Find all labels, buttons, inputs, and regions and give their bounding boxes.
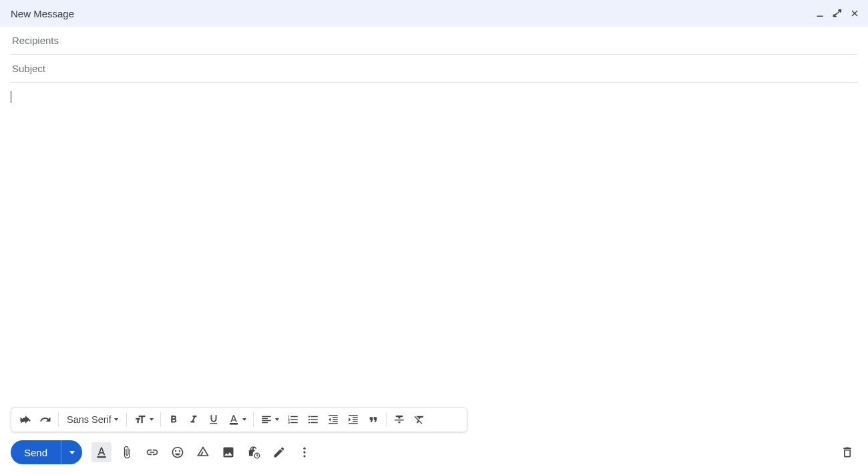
compose-header: New Message bbox=[0, 0, 868, 27]
indent-more-button[interactable] bbox=[343, 410, 363, 430]
underline-button[interactable] bbox=[204, 410, 224, 430]
align-icon bbox=[260, 414, 272, 426]
quote-icon bbox=[367, 414, 379, 426]
underline-icon bbox=[208, 414, 220, 426]
bulleted-list-icon bbox=[307, 414, 319, 426]
window-controls bbox=[815, 8, 860, 19]
confidential-mode-button[interactable] bbox=[244, 442, 264, 462]
numbered-list-icon bbox=[287, 414, 299, 426]
compose-window: New Message bbox=[0, 0, 868, 475]
text-color-button[interactable] bbox=[224, 410, 250, 430]
caret-down-icon bbox=[69, 451, 75, 454]
discard-draft-button[interactable] bbox=[837, 442, 857, 462]
remove-formatting-button[interactable] bbox=[409, 410, 429, 430]
insert-signature-button[interactable] bbox=[269, 442, 289, 462]
formatting-options-button[interactable] bbox=[91, 442, 112, 462]
caret-down-icon bbox=[242, 418, 246, 421]
svg-rect-0 bbox=[817, 16, 823, 17]
caret-down-icon bbox=[150, 418, 154, 421]
insert-emoji-button[interactable] bbox=[168, 442, 188, 462]
font-size-button[interactable] bbox=[130, 410, 158, 430]
send-options-button[interactable] bbox=[61, 440, 82, 464]
insert-drive-button[interactable] bbox=[193, 442, 213, 462]
undo-icon bbox=[19, 414, 31, 426]
trash-icon bbox=[841, 446, 854, 459]
remove-formatting-icon bbox=[413, 414, 425, 426]
pen-icon bbox=[272, 446, 286, 459]
indent-more-icon bbox=[347, 414, 359, 426]
formatting-toolbar: Sans Serif bbox=[11, 407, 467, 432]
recipients-row bbox=[11, 27, 857, 55]
italic-icon bbox=[188, 414, 200, 426]
subject-input[interactable] bbox=[11, 55, 857, 82]
text-format-icon bbox=[95, 446, 108, 459]
svg-rect-1 bbox=[230, 423, 238, 424]
indent-less-icon bbox=[327, 414, 339, 426]
undo-button[interactable] bbox=[15, 410, 35, 430]
compose-tools bbox=[91, 442, 314, 462]
numbered-list-button[interactable] bbox=[283, 410, 303, 430]
indent-less-button[interactable] bbox=[323, 410, 343, 430]
svg-point-6 bbox=[303, 455, 305, 457]
insert-link-button[interactable] bbox=[142, 442, 162, 462]
drive-icon bbox=[196, 446, 210, 459]
svg-rect-2 bbox=[97, 456, 105, 458]
close-button[interactable] bbox=[849, 8, 860, 19]
send-button-group: Send bbox=[11, 440, 82, 464]
caret-down-icon bbox=[114, 418, 118, 421]
redo-icon bbox=[39, 414, 51, 426]
paperclip-icon bbox=[120, 446, 134, 459]
message-body[interactable] bbox=[0, 83, 868, 407]
image-icon bbox=[222, 446, 235, 459]
svg-point-4 bbox=[303, 448, 305, 450]
strikethrough-icon bbox=[393, 414, 405, 426]
bold-icon bbox=[168, 414, 180, 426]
emoji-icon bbox=[171, 446, 184, 459]
text-cursor bbox=[11, 91, 11, 103]
link-icon bbox=[146, 446, 159, 459]
font-size-icon bbox=[134, 414, 147, 426]
recipients-input[interactable] bbox=[11, 27, 857, 54]
subject-row bbox=[11, 55, 857, 83]
svg-point-5 bbox=[303, 451, 305, 453]
redo-button[interactable] bbox=[35, 410, 55, 430]
close-icon bbox=[850, 9, 859, 18]
text-color-icon bbox=[228, 414, 240, 426]
lock-clock-icon bbox=[247, 446, 260, 459]
more-options-button[interactable] bbox=[294, 442, 314, 462]
restore-button[interactable] bbox=[832, 8, 843, 19]
compose-action-bar: Send bbox=[0, 438, 868, 475]
attach-file-button[interactable] bbox=[117, 442, 137, 462]
minimize-icon bbox=[815, 9, 825, 18]
more-vert-icon bbox=[298, 446, 311, 459]
compose-title: New Message bbox=[11, 8, 815, 19]
insert-photo-button[interactable] bbox=[218, 442, 238, 462]
bulleted-list-button[interactable] bbox=[303, 410, 323, 430]
italic-button[interactable] bbox=[184, 410, 204, 430]
align-button[interactable] bbox=[256, 410, 283, 430]
font-family-selector[interactable]: Sans Serif bbox=[61, 410, 124, 430]
bold-button[interactable] bbox=[164, 410, 184, 430]
compose-fields bbox=[0, 27, 868, 83]
strikethrough-button[interactable] bbox=[389, 410, 409, 430]
minimize-button[interactable] bbox=[815, 8, 825, 19]
restore-icon bbox=[833, 9, 842, 18]
font-family-label: Sans Serif bbox=[67, 414, 112, 425]
quote-button[interactable] bbox=[363, 410, 383, 430]
send-button[interactable]: Send bbox=[11, 440, 61, 464]
caret-down-icon bbox=[275, 418, 279, 421]
